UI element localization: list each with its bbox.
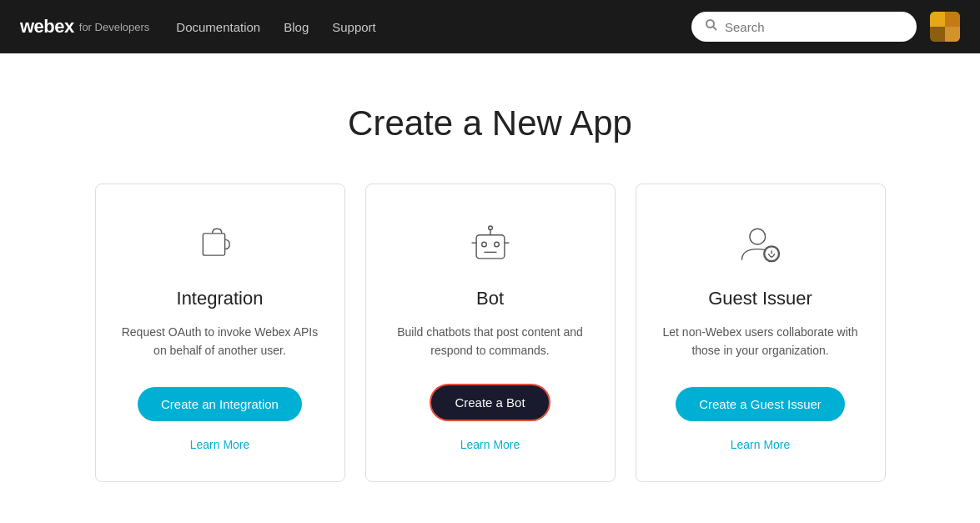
- nav-documentation[interactable]: Documentation: [176, 20, 260, 34]
- integration-learn-more[interactable]: Learn More: [190, 438, 250, 451]
- page-title: Create a New App: [348, 103, 632, 143]
- create-bot-button[interactable]: Create a Bot: [430, 384, 550, 421]
- card-integration: Integration Request OAuth to invoke Webe…: [95, 184, 345, 482]
- guest-icon: [734, 218, 787, 271]
- svg-point-8: [488, 226, 492, 230]
- header: webex for Developers Documentation Blog …: [0, 0, 980, 53]
- nav-blog[interactable]: Blog: [284, 20, 309, 34]
- svg-rect-2: [203, 234, 224, 255]
- logo-webex-text: webex: [20, 16, 74, 38]
- bot-icon: [464, 218, 517, 271]
- integration-desc: Request OAuth to invoke Webex APIs on be…: [119, 323, 321, 364]
- create-guest-issuer-button[interactable]: Create a Guest Issuer: [676, 387, 845, 421]
- main-content: Create a New App Integration Request OAu…: [0, 53, 980, 523]
- create-integration-button[interactable]: Create an Integration: [138, 387, 302, 421]
- bot-desc: Build chatbots that post content and res…: [389, 323, 591, 360]
- logo[interactable]: webex for Developers: [20, 16, 149, 38]
- svg-point-11: [749, 229, 765, 244]
- header-left: webex for Developers Documentation Blog …: [20, 16, 376, 38]
- main-nav: Documentation Blog Support: [176, 20, 375, 34]
- svg-point-0: [706, 20, 714, 28]
- bot-learn-more[interactable]: Learn More: [460, 438, 520, 451]
- card-guest-issuer: Guest Issuer Let non-Webex users collabo…: [636, 184, 886, 482]
- card-bot: Bot Build chatbots that post content and…: [365, 184, 616, 482]
- search-icon: [705, 18, 718, 35]
- svg-point-5: [494, 242, 499, 247]
- svg-line-1: [713, 27, 716, 30]
- search-input[interactable]: [725, 20, 903, 34]
- integration-title: Integration: [177, 288, 264, 309]
- guest-issuer-title: Guest Issuer: [708, 288, 812, 309]
- bot-title: Bot: [476, 288, 504, 309]
- avatar[interactable]: [930, 12, 960, 42]
- header-right: [691, 12, 960, 42]
- guest-issuer-desc: Let non-Webex users collaborate with tho…: [660, 323, 862, 364]
- guest-issuer-learn-more[interactable]: Learn More: [731, 438, 791, 451]
- search-box[interactable]: [691, 12, 917, 42]
- puzzle-icon: [193, 218, 247, 271]
- cards-row: Integration Request OAuth to invoke Webe…: [73, 184, 907, 482]
- svg-point-4: [481, 242, 486, 247]
- logo-fordevs-text: for Developers: [79, 21, 150, 33]
- nav-support[interactable]: Support: [332, 20, 376, 34]
- svg-rect-3: [476, 235, 505, 259]
